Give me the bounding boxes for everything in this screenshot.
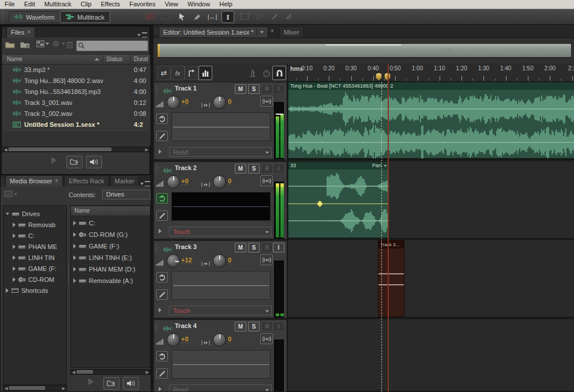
marker-tab[interactable]: Marker bbox=[110, 175, 139, 186]
record-arm-button[interactable]: R bbox=[261, 243, 273, 252]
volume-value[interactable]: +0 bbox=[181, 178, 189, 185]
fx-rack-slot[interactable] bbox=[171, 192, 271, 221]
toolbar-grip[interactable] bbox=[1, 12, 5, 22]
expand-arrow-icon[interactable] bbox=[13, 266, 16, 271]
solo-button[interactable]: S bbox=[248, 322, 260, 331]
snap-button[interactable] bbox=[272, 66, 286, 80]
loop-playback-button[interactable] bbox=[103, 377, 119, 390]
media-filter-button[interactable] bbox=[4, 191, 17, 197]
automation-expand-icon[interactable] bbox=[159, 308, 162, 312]
fx-power-button[interactable] bbox=[156, 193, 168, 203]
list-item[interactable]: Removable (A:) bbox=[71, 275, 150, 286]
sends-button[interactable] bbox=[260, 96, 273, 107]
sort-ascending-icon[interactable] bbox=[95, 58, 99, 61]
sends-button[interactable] bbox=[260, 333, 273, 344]
panel-grip[interactable] bbox=[2, 29, 5, 36]
fx-button[interactable]: fx bbox=[171, 66, 185, 80]
open-file-button[interactable] bbox=[5, 40, 15, 51]
paintbrush-tool-icon[interactable] bbox=[269, 11, 280, 22]
list-item[interactable]: PHAN MEM (D:) bbox=[71, 263, 150, 274]
write-automation-button[interactable] bbox=[156, 289, 168, 300]
pan-value[interactable]: 0 bbox=[228, 98, 231, 105]
pan-value[interactable]: 0 bbox=[228, 336, 231, 343]
pan-knob[interactable] bbox=[213, 254, 226, 267]
timeline-ruler[interactable]: hms 0:100:200:300:400:501:001:101:201:30… bbox=[287, 63, 574, 82]
track-grip[interactable] bbox=[155, 85, 158, 93]
delete-button[interactable] bbox=[66, 40, 73, 51]
search-input[interactable] bbox=[86, 42, 148, 50]
menu-item-multitrack[interactable]: Multitrack bbox=[40, 0, 76, 9]
expand-arrow-icon[interactable] bbox=[73, 232, 76, 237]
monitor-input-button[interactable]: I bbox=[273, 243, 284, 252]
volume-value[interactable]: +12 bbox=[181, 257, 192, 264]
column-divider[interactable] bbox=[130, 55, 131, 63]
tree-item[interactable]: Removab bbox=[3, 219, 67, 230]
automation-mode-dropdown[interactable]: Read bbox=[169, 385, 272, 392]
preview-volume-button[interactable] bbox=[86, 156, 102, 168]
volume-knob[interactable] bbox=[167, 254, 180, 267]
volume-knob[interactable] bbox=[167, 175, 180, 189]
track-name[interactable]: Track 3 bbox=[175, 243, 197, 250]
write-automation-button[interactable] bbox=[156, 368, 168, 379]
volume-value[interactable]: +0 bbox=[181, 98, 189, 105]
panel-grip[interactable] bbox=[155, 28, 157, 35]
file-row[interactable]: Untitled Session 1.sesx *4:2 bbox=[2, 119, 150, 131]
extract-audio-button[interactable] bbox=[52, 40, 65, 47]
navigator-left-handle[interactable] bbox=[157, 44, 160, 57]
expand-arrow-icon[interactable] bbox=[73, 244, 76, 248]
tree-item[interactable]: LINH TIN bbox=[3, 252, 67, 263]
file-row[interactable]: 33.mp3 *0:47 bbox=[2, 65, 150, 76]
track-lane[interactable]: Track 3... bbox=[287, 240, 574, 318]
expand-arrow-icon[interactable] bbox=[6, 288, 9, 293]
panel-menu-icon[interactable] bbox=[140, 181, 152, 186]
write-automation-button[interactable] bbox=[156, 210, 168, 221]
automation-mode-dropdown[interactable]: Touch bbox=[169, 306, 272, 315]
tree-item[interactable]: PHAN ME bbox=[3, 241, 67, 252]
expand-arrow-icon[interactable] bbox=[13, 244, 16, 249]
track-name[interactable]: Track 1 bbox=[175, 85, 197, 92]
write-automation-button[interactable] bbox=[156, 131, 168, 141]
mute-button[interactable]: M bbox=[235, 164, 246, 174]
track-name[interactable]: Track 2 bbox=[175, 164, 197, 171]
track-grip[interactable] bbox=[155, 165, 158, 173]
pan-value[interactable]: 0 bbox=[228, 178, 231, 185]
list-item[interactable]: LINH TINH (E:) bbox=[71, 252, 150, 263]
expand-arrow-icon[interactable] bbox=[13, 277, 16, 282]
fx-power-button[interactable] bbox=[156, 272, 168, 282]
record-arm-button[interactable]: R bbox=[261, 84, 273, 94]
play-button[interactable] bbox=[88, 378, 97, 385]
import-file-button[interactable] bbox=[20, 40, 30, 51]
effects-rack-tab[interactable]: Effects Rack bbox=[64, 175, 109, 186]
metering-button[interactable] bbox=[198, 66, 212, 80]
expand-arrow-icon[interactable] bbox=[13, 255, 16, 260]
lasso-tool-icon[interactable] bbox=[254, 11, 265, 22]
expand-arrow-icon[interactable] bbox=[73, 278, 76, 283]
move-tool-icon[interactable] bbox=[177, 11, 188, 22]
insert-into-multitrack-button[interactable] bbox=[36, 40, 49, 47]
mute-button[interactable]: M bbox=[235, 84, 246, 94]
menu-item-window[interactable]: Window bbox=[183, 0, 215, 9]
file-row[interactable]: Tong Hu...553461863].mp34:00 bbox=[2, 86, 150, 98]
volume-value[interactable]: +0 bbox=[181, 336, 189, 343]
files-column-name[interactable]: Name bbox=[7, 56, 22, 62]
solo-button[interactable]: S bbox=[248, 164, 260, 174]
record-arm-button[interactable]: R bbox=[261, 164, 273, 174]
sends-button[interactable] bbox=[260, 175, 273, 186]
record-indicator-icon[interactable] bbox=[144, 11, 156, 22]
clip-pan-badge[interactable]: Pan bbox=[372, 162, 381, 169]
waveform-view-button[interactable]: Waveform bbox=[9, 11, 61, 23]
close-icon[interactable]: × bbox=[27, 27, 31, 37]
pan-knob[interactable] bbox=[213, 175, 226, 189]
automation-expand-icon[interactable] bbox=[159, 229, 162, 233]
fx-rack-slot[interactable] bbox=[171, 271, 271, 300]
playhead-dashed-line[interactable] bbox=[381, 82, 382, 392]
file-row[interactable]: Track 3_002.wav0:08 bbox=[2, 108, 150, 120]
time-selection-tool-icon[interactable]: I bbox=[222, 11, 234, 23]
pan-knob[interactable] bbox=[213, 333, 226, 346]
automation-line[interactable] bbox=[288, 203, 388, 204]
fx-power-button[interactable] bbox=[156, 351, 168, 361]
close-icon[interactable]: × bbox=[55, 176, 58, 186]
fx-rack-slot[interactable] bbox=[171, 350, 271, 379]
list-column-name[interactable]: Name bbox=[74, 208, 90, 214]
tree-list-splitter[interactable] bbox=[67, 262, 70, 285]
